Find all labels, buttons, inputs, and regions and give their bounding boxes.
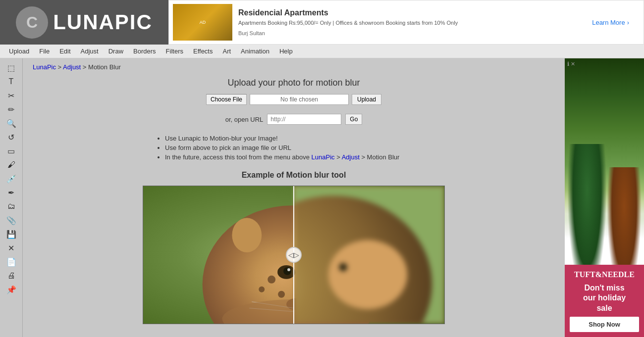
- ad-settings-icon[interactable]: ℹ ✕: [567, 61, 575, 67]
- nav-bar: Upload File Edit Adjust Draw Borders Fil…: [0, 45, 644, 58]
- sidebar-dropper-icon[interactable]: 💉: [2, 172, 20, 185]
- breadcrumb-sep2: >: [81, 63, 88, 71]
- nav-edit[interactable]: Edit: [54, 46, 75, 57]
- sidebar-select-icon[interactable]: ⬚: [2, 61, 20, 74]
- ad-content: Residencial Apartments Apartments Bookin…: [238, 8, 592, 36]
- svg-point-20: [339, 263, 347, 271]
- breadcrumb-sep1: >: [56, 63, 63, 71]
- breadcrumb-section[interactable]: Adjust: [63, 63, 81, 71]
- sidebar-print-icon[interactable]: 🖨: [2, 269, 20, 282]
- nav-animation[interactable]: Animation: [236, 46, 274, 57]
- ad-description: Apartments Booking Rs:95,000/= Only | Of…: [238, 19, 592, 27]
- logo-icon: C: [16, 6, 48, 39]
- nav-art[interactable]: Art: [217, 46, 236, 57]
- nav-upload[interactable]: Upload: [4, 46, 34, 57]
- right-ad-panel: ℹ ✕ TUFT&NEEDLE Don't miss our holiday s…: [565, 58, 644, 337]
- instr3-suffix: > Motion Blur: [360, 153, 400, 161]
- sidebar-folder-icon[interactable]: 🗂: [2, 200, 20, 213]
- instr3-adjust[interactable]: Adjust: [342, 153, 360, 161]
- comparison-slider[interactable]: ◁▷: [286, 247, 302, 263]
- instructions: Use Lunapic to Motion-blur your Image! U…: [145, 135, 442, 161]
- sidebar-text-icon[interactable]: T: [2, 75, 20, 88]
- instr3-lunapic[interactable]: LunaPic: [312, 153, 335, 161]
- no-file-text: No file chosen: [250, 94, 349, 105]
- after-image: [294, 186, 444, 324]
- sidebar-search-icon[interactable]: 🔍: [2, 117, 20, 130]
- nav-adjust[interactable]: Adjust: [76, 46, 104, 57]
- url-row: or, open URL Go: [33, 114, 555, 125]
- ad-brand-label: TUFT&NEEDLE: [570, 270, 639, 280]
- upload-button[interactable]: Upload: [352, 94, 381, 105]
- sidebar-close-icon[interactable]: ✕: [2, 241, 20, 254]
- sidebar: ⬚ T ✂ ✏ 🔍 ↺ ▭ 🖌 💉 ✒ 🗂 📎 💾 ✕ 📄 🖨 📌: [0, 58, 23, 337]
- sidebar-pencil-icon[interactable]: ✏: [2, 103, 20, 116]
- sidebar-rect-icon[interactable]: ▭: [2, 144, 20, 157]
- content-area: LunaPic > Adjust > Motion Blur Upload yo…: [23, 58, 565, 337]
- ad-cta-label: Learn More: [592, 19, 625, 26]
- sidebar-pen-icon[interactable]: ✒: [2, 186, 20, 199]
- sidebar-cut-icon[interactable]: ✂: [2, 89, 20, 102]
- logo-text: LUNAPIC: [53, 10, 153, 34]
- svg-point-11: [283, 267, 291, 275]
- svg-point-4: [268, 276, 275, 284]
- ad-cta-arrow-icon: ›: [627, 19, 629, 26]
- breadcrumb-current: Motion Blur: [88, 63, 121, 71]
- ad-headline: Don't miss our holiday sale: [570, 283, 639, 314]
- nav-borders[interactable]: Borders: [128, 46, 161, 57]
- instr3-prefix: In the future, access this tool from the…: [165, 153, 312, 161]
- ad-source: Burj Sultan: [238, 30, 592, 36]
- nav-filters[interactable]: Filters: [161, 46, 188, 57]
- logo-c-letter: C: [26, 13, 38, 32]
- ad-cta-button[interactable]: Learn More ›: [592, 19, 631, 26]
- sidebar-paint-icon[interactable]: 🖌: [2, 158, 20, 171]
- svg-point-19: [328, 240, 407, 309]
- breadcrumb: LunaPic > Adjust > Motion Blur: [33, 63, 555, 71]
- instruction-3: In the future, access this tool from the…: [165, 153, 442, 161]
- right-advertisement: ℹ ✕ TUFT&NEEDLE Don't miss our holiday s…: [565, 58, 644, 337]
- instruction-1: Use Lunapic to Motion-blur your Image!: [165, 135, 442, 142]
- example-title: Example of Motion blur tool: [33, 171, 555, 180]
- breadcrumb-home[interactable]: LunaPic: [33, 63, 56, 71]
- go-button[interactable]: Go: [345, 114, 362, 125]
- ad-banner: AD Residencial Apartments Apartments Boo…: [168, 0, 644, 45]
- main-area: ⬚ T ✂ ✏ 🔍 ↺ ▭ 🖌 💉 ✒ 🗂 📎 💾 ✕ 📄 🖨 📌 LunaPi…: [0, 58, 644, 337]
- ad-bottom-section: TUFT&NEEDLE Don't miss our holiday sale …: [565, 265, 644, 337]
- url-label: or, open URL: [225, 116, 264, 123]
- shop-now-button[interactable]: Shop Now: [570, 317, 639, 332]
- sidebar-save-icon[interactable]: 💾: [2, 228, 20, 241]
- ad-image: AD: [173, 4, 232, 41]
- logo: C LUNAPIC: [0, 0, 168, 45]
- instruction-2: Use form above to pick an image file or …: [165, 144, 442, 151]
- image-comparison: ◁▷: [143, 186, 445, 324]
- svg-point-5: [259, 287, 265, 292]
- sidebar-undo-icon[interactable]: ↺: [2, 131, 20, 144]
- header: C LUNAPIC AD Residencial Apartments Apar…: [0, 0, 644, 45]
- upload-title: Upload your photo for motion blur: [33, 78, 555, 88]
- svg-point-6: [278, 291, 285, 298]
- nav-draw[interactable]: Draw: [104, 46, 128, 57]
- sidebar-doc-icon[interactable]: 📄: [2, 255, 20, 268]
- sidebar-pin-icon[interactable]: 📎: [2, 214, 20, 227]
- choose-file-button[interactable]: Choose File: [206, 94, 247, 105]
- sidebar-stamp-icon[interactable]: 📌: [2, 283, 20, 296]
- nav-file[interactable]: File: [34, 46, 54, 57]
- svg-point-2: [232, 218, 262, 252]
- svg-point-12: [287, 268, 290, 271]
- file-row: Choose File No file chosen Upload: [33, 94, 555, 105]
- url-input[interactable]: [267, 114, 341, 125]
- upload-section: Upload your photo for motion blur Choose…: [33, 78, 555, 125]
- nav-help[interactable]: Help: [274, 46, 298, 57]
- nav-effects[interactable]: Effects: [188, 46, 218, 57]
- ad-title: Residencial Apartments: [238, 8, 592, 17]
